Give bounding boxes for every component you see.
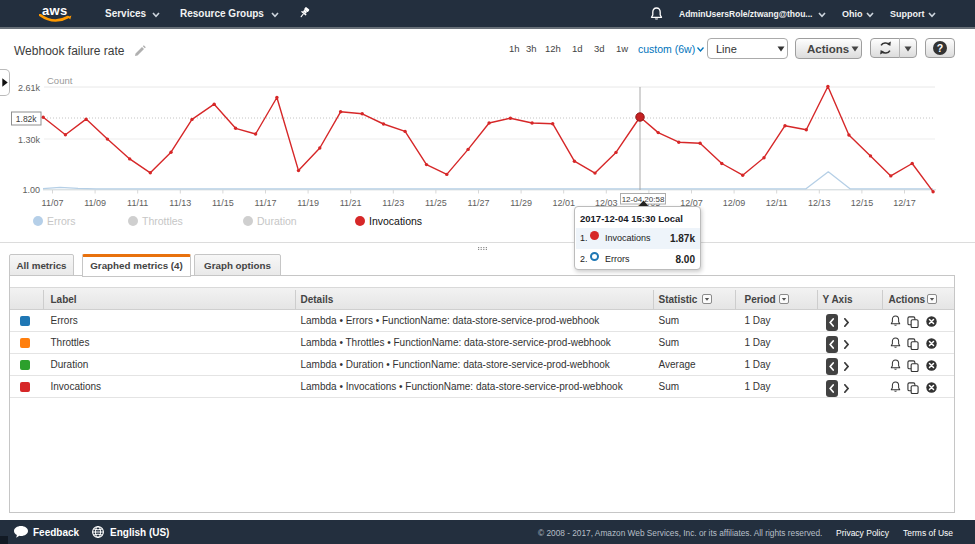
svg-text:12/11: 12/11 bbox=[766, 198, 788, 208]
svg-text:2.61k: 2.61k bbox=[18, 83, 41, 93]
svg-text:12/13: 12/13 bbox=[808, 198, 831, 208]
svg-text:11/17: 11/17 bbox=[255, 198, 277, 208]
svg-text:12/01: 12/01 bbox=[552, 198, 575, 208]
svg-text:11/15: 11/15 bbox=[212, 198, 234, 208]
svg-text:Count: Count bbox=[47, 75, 73, 86]
svg-text:11/23: 11/23 bbox=[382, 198, 404, 208]
svg-text:11/25: 11/25 bbox=[425, 198, 447, 208]
svg-text:1.30k: 1.30k bbox=[18, 135, 41, 145]
svg-text:11/19: 11/19 bbox=[297, 198, 319, 208]
svg-text:11/09: 11/09 bbox=[84, 198, 106, 208]
svg-text:11/07: 11/07 bbox=[42, 198, 64, 208]
svg-text:12/17: 12/17 bbox=[893, 198, 916, 208]
svg-text:12/15: 12/15 bbox=[851, 198, 874, 208]
svg-text:11/27: 11/27 bbox=[468, 198, 490, 208]
svg-text:11/13: 11/13 bbox=[169, 198, 191, 208]
svg-text:11/29: 11/29 bbox=[510, 198, 532, 208]
svg-text:11/11: 11/11 bbox=[127, 198, 148, 208]
svg-text:11/21: 11/21 bbox=[340, 198, 362, 208]
svg-text:12/09: 12/09 bbox=[723, 198, 746, 208]
svg-text:1.82k: 1.82k bbox=[16, 114, 38, 124]
svg-text:1.00: 1.00 bbox=[22, 185, 40, 195]
